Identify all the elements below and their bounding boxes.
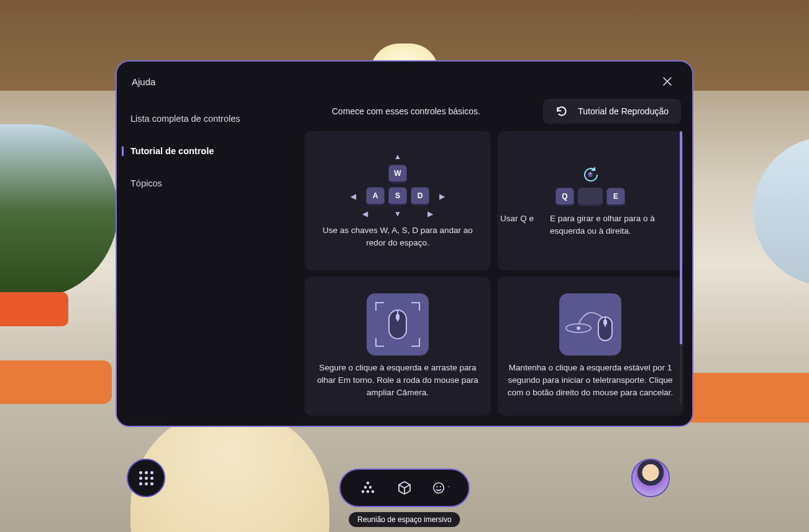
help-content: Comece com esses controles básicos. Tuto… (304, 98, 683, 416)
card-qe-desc: Usar Q e E para girar e olhar para o à e… (505, 213, 676, 238)
react-button[interactable]: ⌃ (428, 475, 454, 501)
intro-text: Comece com esses controles básicos. (307, 106, 480, 116)
furniture (0, 360, 112, 404)
scrollbar[interactable] (680, 131, 682, 405)
card-teleport-desc: Mantenha o clique à esquerda estável por… (505, 362, 676, 400)
arrow-down-icon: ▼ (394, 209, 401, 218)
refresh-icon (555, 105, 568, 117)
card-qe-desc-right: E para girar e olhar para o à esquerda o… (550, 213, 680, 238)
sidebar-item-all-controls[interactable]: Lista completa de controles (121, 103, 299, 135)
svg-point-6 (577, 326, 580, 330)
svg-point-1 (590, 172, 592, 174)
furniture (0, 292, 68, 326)
card-look: Segure o clique à esquerda e arraste par… (304, 277, 491, 416)
replay-label: Tutorial de Reprodução (578, 106, 669, 116)
teleport-illustration (559, 293, 621, 355)
space-button[interactable] (355, 475, 381, 501)
mouse-icon (386, 309, 409, 340)
key-a: A (366, 187, 385, 206)
rotate-icon (580, 164, 600, 184)
content-top-row: Comece com esses controles básicos. Tuto… (304, 98, 683, 125)
look-illustration (367, 293, 429, 355)
modal-body: Lista completa de controles Tutorial de … (117, 98, 692, 426)
session-label: Reunião de espaço imersivo (349, 512, 460, 527)
svg-point-18 (439, 486, 441, 487)
key-e: E (606, 188, 625, 206)
help-sidebar: Lista completa de controles Tutorial de … (121, 98, 299, 416)
bracket-icon (375, 302, 384, 311)
replay-tutorial-button[interactable]: Tutorial de Reprodução (543, 99, 681, 124)
wasd-illustration: ▲ W ◀ A S D ▶ ◀ (350, 152, 445, 218)
qe-illustration: Q E (555, 164, 625, 206)
arrow-up-icon: ▲ (394, 152, 401, 161)
menu-button[interactable] (127, 459, 165, 497)
cube-icon (397, 480, 412, 495)
key-s: S (388, 187, 407, 206)
window-right (753, 137, 809, 286)
key-d: D (411, 187, 429, 206)
svg-point-11 (366, 490, 368, 493)
sidebar-item-control-tutorial[interactable]: Tutorial de controle (121, 135, 299, 167)
tutorial-cards: ▲ W ◀ A S D ▶ ◀ (304, 131, 683, 416)
svg-point-17 (436, 486, 437, 487)
hud-toolbar: ⌃ (339, 469, 470, 507)
arrow-left-icon: ◀ (350, 192, 356, 201)
svg-point-10 (361, 490, 363, 493)
modal-title: Ajuda (132, 76, 155, 87)
card-wasd: ▲ W ◀ A S D ▶ ◀ (304, 131, 491, 270)
furniture (679, 373, 809, 423)
svg-point-13 (363, 486, 366, 488)
arrow-left-icon: ◀ (362, 209, 368, 218)
smile-icon (432, 481, 446, 495)
svg-rect-4 (396, 314, 400, 320)
card-look-desc: Segure o clique à esquerda e arraste par… (312, 362, 483, 400)
arrow-right-icon: ▶ (439, 192, 445, 201)
sidebar-item-topics[interactable]: Tópicos (121, 167, 299, 200)
view-button[interactable] (391, 475, 418, 501)
close-icon (662, 76, 672, 86)
card-qe-desc-left: Usar Q e (500, 213, 534, 238)
space-dots-icon (360, 481, 376, 495)
help-modal: Ajuda Lista completa de controles Tutori… (116, 60, 693, 427)
svg-point-15 (366, 482, 368, 484)
bracket-icon (411, 302, 420, 311)
scrollbar-thumb[interactable] (680, 131, 682, 344)
bracket-icon (375, 338, 384, 347)
svg-point-12 (371, 490, 373, 493)
key-q: Q (555, 188, 574, 206)
close-button[interactable] (657, 71, 677, 91)
teleport-icon (562, 300, 618, 349)
modal-header: Ajuda (117, 62, 692, 98)
chevron-up-icon: ⌃ (447, 485, 451, 491)
grid-icon (139, 471, 153, 485)
card-wasd-desc: Use as chaves W, A, S, D para andar ao r… (312, 224, 483, 250)
card-qe: Q E Usar Q e E para girar e olhar para o… (497, 131, 683, 270)
key-spacer (578, 188, 603, 206)
avatar-icon (633, 460, 669, 496)
window-left (0, 124, 118, 298)
svg-rect-9 (603, 319, 607, 325)
bracket-icon (411, 338, 420, 347)
card-teleport: Mantenha o clique à esquerda estável por… (497, 277, 683, 416)
key-w: W (388, 165, 407, 183)
svg-point-14 (368, 486, 371, 488)
avatar-button[interactable] (631, 459, 670, 497)
arrow-right-icon: ▶ (427, 209, 433, 218)
svg-point-16 (434, 483, 444, 493)
